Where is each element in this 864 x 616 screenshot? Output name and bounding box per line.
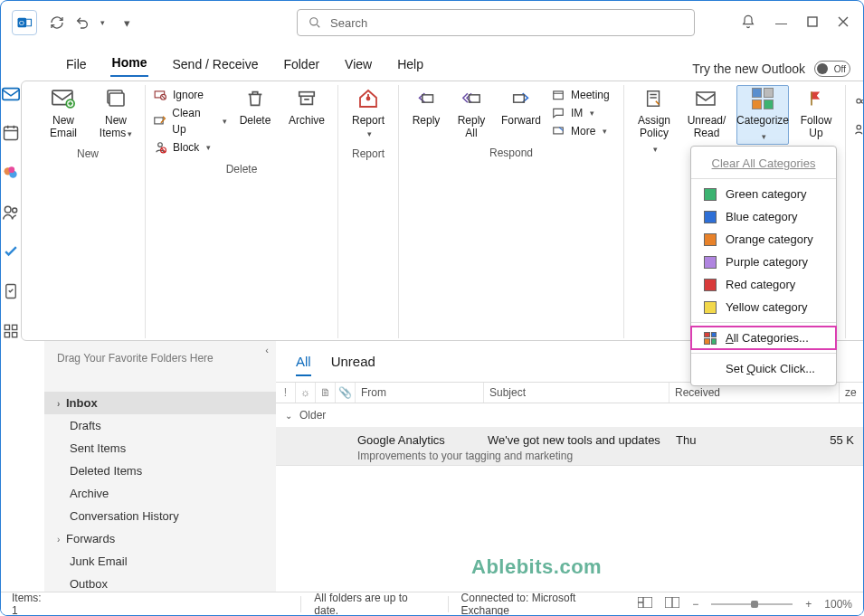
svg-rect-14	[5, 333, 9, 337]
qat-overflow-icon[interactable]: ▾	[118, 16, 136, 30]
meeting-button[interactable]: Meeting	[551, 87, 616, 103]
col-subject[interactable]: Subject	[484, 383, 669, 403]
unread-read-button[interactable]: Unread/ Read	[682, 85, 731, 141]
delete-button[interactable]: Delete	[233, 85, 278, 128]
ribbon-group-respond: Respond	[489, 145, 533, 161]
collapse-folder-pane-icon[interactable]: ‹	[265, 345, 269, 355]
svg-rect-30	[554, 91, 564, 100]
folder-forwards[interactable]: ›Forwards	[44, 527, 276, 550]
categorize-button[interactable]: Categorize▾	[736, 85, 789, 145]
svg-rect-33	[697, 92, 715, 105]
folder-conversation-history[interactable]: Conversation History	[44, 505, 276, 527]
zoom-slider[interactable]	[711, 603, 793, 605]
archive-button[interactable]: Archive	[283, 85, 330, 128]
message-preview: Improvements to your tagging and marketi…	[357, 450, 573, 462]
zoom-out-icon[interactable]: −	[692, 598, 698, 611]
svg-rect-3	[808, 17, 817, 26]
forward-button[interactable]: Forward	[497, 85, 546, 128]
close-icon[interactable]	[838, 16, 849, 30]
svg-point-37	[857, 125, 861, 129]
notification-icon[interactable]	[741, 14, 755, 32]
col-reminder-icon[interactable]: ☼	[296, 383, 316, 403]
message-row[interactable]: Google Analytics We've got new tools and…	[276, 428, 863, 466]
tab-all[interactable]: All	[296, 354, 311, 376]
reply-button[interactable]: Reply	[406, 85, 446, 128]
svg-rect-34	[811, 92, 812, 106]
ignore-button[interactable]: Ignore	[153, 87, 227, 103]
rail-todo-icon[interactable]	[3, 283, 19, 301]
all-categories[interactable]: All Categories...	[691, 327, 836, 349]
date-group-older[interactable]: ⌄Older	[276, 403, 863, 428]
new-items-button[interactable]: New Items▾	[94, 85, 138, 142]
svg-point-8	[9, 166, 15, 173]
col-size[interactable]: ze	[840, 383, 863, 403]
col-icon[interactable]: 🗎	[316, 383, 336, 403]
more-respond-button[interactable]: More▾	[551, 123, 616, 139]
ribbon-group-report: Report	[352, 146, 385, 162]
ribbon-group-delete: Delete	[226, 161, 258, 177]
rail-more-apps-icon[interactable]	[3, 323, 19, 341]
categorize-menu: Clear All Categories Green category Blue…	[690, 146, 837, 386]
status-connection: Connected to: Microsoft Exchange	[448, 596, 622, 612]
category-red[interactable]: Red category	[691, 273, 836, 296]
new-email-button[interactable]: New Email	[38, 85, 89, 141]
maximize-icon[interactable]	[807, 16, 818, 30]
message-date: Thu	[676, 433, 696, 447]
report-button[interactable]: Report▾	[346, 85, 391, 142]
folder-drafts[interactable]: Drafts	[44, 414, 276, 437]
menu-view[interactable]: View	[343, 52, 374, 77]
message-size: 55 K	[830, 433, 854, 447]
try-new-outlook-toggle[interactable]: Off	[814, 61, 850, 77]
minimize-icon[interactable]: ―	[775, 16, 787, 30]
col-attachment-icon[interactable]: 📎	[336, 383, 356, 403]
outlook-logo: O	[12, 10, 37, 35]
sync-icon[interactable]	[48, 15, 66, 30]
im-button[interactable]: IM▾	[551, 105, 616, 121]
new-group-button[interactable]: New Gr	[853, 87, 864, 119]
view-normal-icon[interactable]	[638, 597, 652, 611]
view-reading-icon[interactable]	[665, 597, 679, 611]
category-green[interactable]: Green category	[691, 183, 836, 205]
undo-dropdown-icon[interactable]: ▾	[100, 18, 105, 27]
svg-rect-25	[299, 92, 315, 97]
menu-home[interactable]: Home	[110, 50, 149, 77]
category-purple[interactable]: Purple category	[691, 251, 836, 273]
undo-icon[interactable]	[73, 15, 91, 30]
category-blue[interactable]: Blue category	[691, 205, 836, 228]
rail-copilot-icon[interactable]	[2, 164, 20, 182]
col-from[interactable]: From	[356, 383, 484, 403]
folder-junk[interactable]: Junk Email	[44, 550, 276, 573]
all-categories-icon	[704, 332, 717, 345]
category-orange[interactable]: Orange category	[691, 228, 836, 251]
zoom-in-icon[interactable]: +	[805, 598, 812, 611]
rail-mail-icon[interactable]	[1, 84, 21, 102]
block-button[interactable]: Block▾	[153, 139, 227, 156]
svg-point-9	[5, 206, 11, 213]
assign-policy-button[interactable]: Assign Policy▾	[631, 85, 677, 157]
folder-archive[interactable]: Archive	[44, 482, 276, 505]
browse-groups-button[interactable]: Browse	[853, 121, 864, 137]
col-importance-icon[interactable]: !	[276, 383, 296, 403]
reply-all-button[interactable]: Reply All	[451, 85, 491, 141]
cleanup-button[interactable]: Clean Up▾	[153, 105, 227, 137]
rail-tasks-icon[interactable]	[2, 243, 20, 261]
svg-rect-12	[5, 325, 9, 329]
svg-rect-32	[648, 91, 660, 107]
tab-unread[interactable]: Unread	[331, 354, 375, 376]
watermark: Ablebits.com	[471, 555, 602, 579]
menu-folder[interactable]: Folder	[281, 52, 321, 77]
folder-deleted[interactable]: Deleted Items	[44, 460, 276, 482]
svg-rect-15	[13, 333, 17, 337]
menu-file[interactable]: File	[64, 52, 89, 77]
status-sync: All folders are up to date.	[300, 596, 431, 612]
menu-send-receive[interactable]: Send / Receive	[170, 52, 260, 77]
category-yellow[interactable]: Yellow category	[691, 296, 836, 318]
rail-people-icon[interactable]	[2, 204, 20, 222]
zoom-level: 100%	[824, 598, 852, 611]
folder-inbox[interactable]: ›Inbox	[44, 392, 276, 414]
rail-calendar-icon[interactable]	[2, 124, 20, 142]
folder-sent[interactable]: Sent Items	[44, 437, 276, 460]
set-quick-click[interactable]: Set Quick Click...	[691, 357, 836, 380]
menu-help[interactable]: Help	[395, 52, 425, 77]
search-input[interactable]: Search	[297, 9, 695, 36]
